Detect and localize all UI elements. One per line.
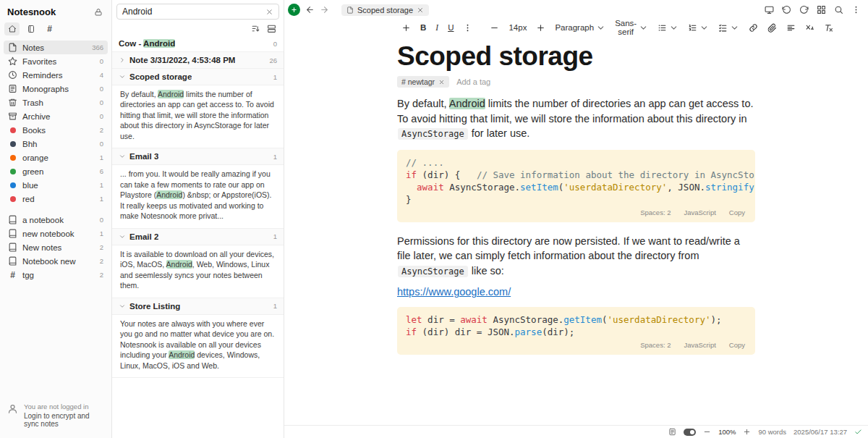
note-title[interactable]: Scoped storage [397, 41, 755, 72]
sidebar-quick-row: # [0, 20, 111, 38]
sidebar-item-new-notebook[interactable]: new notebook 1 [4, 227, 108, 240]
sidebar-item-orange[interactable]: orange 1 [4, 151, 108, 164]
properties-grid-icon[interactable] [817, 5, 826, 14]
subscript-button[interactable] [801, 22, 819, 34]
editor-content[interactable]: Scoped storage # newtagr Add a tag By de… [397, 35, 755, 425]
code-line [727, 314, 733, 325]
search-input[interactable] [122, 7, 261, 17]
attachment-button[interactable] [763, 22, 781, 34]
code-spaces-button[interactable]: Spaces: 2 [640, 209, 671, 216]
sidebar-header: Notesnook [0, 0, 111, 20]
more-text-tools-button[interactable] [459, 22, 477, 34]
quick-home-button[interactable] [4, 22, 20, 35]
ordered-list-icon [688, 23, 697, 33]
link-button[interactable] [744, 22, 762, 34]
note-item-cow-android[interactable]: Cow - Android 0 [112, 35, 284, 52]
increase-font-button[interactable] [532, 22, 550, 34]
clear-search-button[interactable] [265, 8, 273, 16]
decrease-font-button[interactable] [485, 22, 503, 34]
sidebar-item-reminders[interactable]: Reminders 4 [4, 68, 108, 82]
paragraph[interactable]: By default, Android limits the number of… [397, 96, 755, 141]
match-preview[interactable]: It is available to download on all your … [112, 245, 284, 298]
font-family-dropdown[interactable]: Sans-serif [610, 17, 652, 38]
undo-icon[interactable] [782, 5, 791, 14]
note-link[interactable]: https://www.google.com/ [397, 286, 511, 298]
match-preview[interactable]: ... from you. It would be really amazing… [112, 165, 284, 228]
note-group-scoped-storage[interactable]: Scoped storage 1 [112, 69, 284, 85]
sidebar-item-trash[interactable]: Trash 0 [4, 96, 108, 109]
quick-tags-button[interactable]: # [42, 22, 57, 35]
sidebar-item-tgg[interactable]: # tgg 2 [4, 268, 108, 282]
italic-button[interactable]: I [431, 22, 443, 33]
match-preview[interactable]: Your notes are always with you where eve… [112, 315, 284, 378]
sidebar-item-red[interactable]: red 1 [4, 192, 108, 206]
sidebar-item-a-notebook[interactable]: a notebook 0 [4, 213, 108, 227]
quick-notebooks-button[interactable] [23, 22, 38, 35]
sidebar-item-bhh[interactable]: Bhh 0 [4, 137, 108, 151]
sidebar-item-notes[interactable]: Notes 366 [4, 41, 108, 54]
forward-icon[interactable] [320, 5, 329, 14]
code-language-button[interactable]: JavaScript [684, 209, 715, 216]
paragraph[interactable]: Permissions for this directory are now p… [397, 234, 755, 279]
add-tag-field[interactable]: Add a tag [456, 77, 490, 86]
code-spaces-button[interactable]: Spaces: 2 [640, 341, 671, 349]
note-icon [346, 7, 354, 14]
archive-icon [8, 111, 17, 121]
tab-scoped-storage[interactable]: Scoped storage [341, 4, 429, 16]
sidebar-item-notebook-new[interactable]: Notebook new 2 [4, 254, 108, 268]
align-left-button[interactable] [782, 22, 800, 34]
code-copy-button[interactable]: Copy [729, 209, 745, 216]
sidebar-item-monographs[interactable]: Monographs 0 [4, 82, 108, 96]
code-block[interactable]: let dir = await AsyncStorage.getItem('us… [397, 307, 755, 355]
more-icon[interactable] [851, 5, 861, 14]
insert-button[interactable] [397, 22, 415, 34]
checklist-button[interactable] [714, 22, 744, 34]
lock-icon[interactable] [94, 8, 103, 17]
sidebar-item-green[interactable]: green 6 [4, 164, 108, 178]
clear-formatting-button[interactable] [820, 22, 838, 34]
code-line: } [406, 194, 412, 205]
sidebar-item-books[interactable]: Books 2 [4, 123, 108, 137]
match-preview[interactable]: By default, Android limits the number of… [112, 85, 284, 148]
note-group-note-3-31-2022[interactable]: Note 3/31/2022, 4:53:48 PM 26 [112, 52, 284, 69]
tag-chip-newtagr[interactable]: # newtagr [397, 76, 449, 88]
bold-button[interactable]: B [416, 22, 430, 33]
note-group-store-listing[interactable]: Store Listing 1 [112, 298, 284, 315]
code-language-button[interactable]: JavaScript [684, 341, 715, 349]
focus-mode-toggle[interactable] [684, 429, 696, 436]
back-icon[interactable] [305, 5, 315, 14]
code-block[interactable]: // .... if (dir) { // Save information a… [397, 150, 755, 222]
note-list: Cow - Android 0 Note 3/31/2022, 4:53:48 … [112, 35, 284, 438]
open-in-window-icon[interactable] [765, 5, 774, 14]
paragraph: https://www.google.com/ [397, 285, 755, 298]
properties-icon[interactable] [668, 428, 676, 436]
item-count: 0 [100, 85, 103, 93]
underline-button[interactable]: U [443, 22, 458, 33]
ordered-list-button[interactable] [684, 22, 713, 34]
bullet-list-button[interactable] [653, 22, 683, 34]
hash-icon: # [47, 25, 52, 33]
paragraph-style-dropdown[interactable]: Paragraph [550, 22, 610, 34]
note-group-email-2[interactable]: Email 2 1 [112, 229, 284, 245]
sidebar-item-archive[interactable]: Archive 0 [4, 109, 108, 123]
zoom-in-button[interactable] [743, 428, 751, 436]
zoom-out-button[interactable] [703, 428, 711, 436]
clock-icon [8, 70, 17, 80]
sort-icon[interactable] [251, 24, 260, 33]
sidebar-item-new-notes[interactable]: New notes 2 [4, 240, 108, 254]
note-group-email-3[interactable]: Email 3 1 [112, 148, 284, 165]
sidebar-item-favorites[interactable]: Favorites 0 [4, 54, 108, 68]
close-tab-icon[interactable] [417, 7, 424, 14]
code-line: let dir = await AsyncStorage.getItem('us… [406, 314, 722, 325]
login-link[interactable]: Login to encrypt and sync notes [24, 412, 104, 428]
code-copy-button[interactable]: Copy [729, 341, 745, 349]
view-mode-icon[interactable] [267, 24, 276, 33]
match-count: 1 [273, 302, 277, 310]
remove-tag-icon[interactable] [438, 79, 445, 85]
login-banner[interactable]: You are not logged in Login to encrypt a… [0, 395, 111, 438]
notebook-icon [8, 229, 17, 238]
redo-icon[interactable] [799, 5, 809, 14]
search-icon[interactable] [834, 5, 843, 14]
new-note-button[interactable] [288, 4, 300, 16]
sidebar-item-blue[interactable]: blue 1 [4, 178, 108, 192]
